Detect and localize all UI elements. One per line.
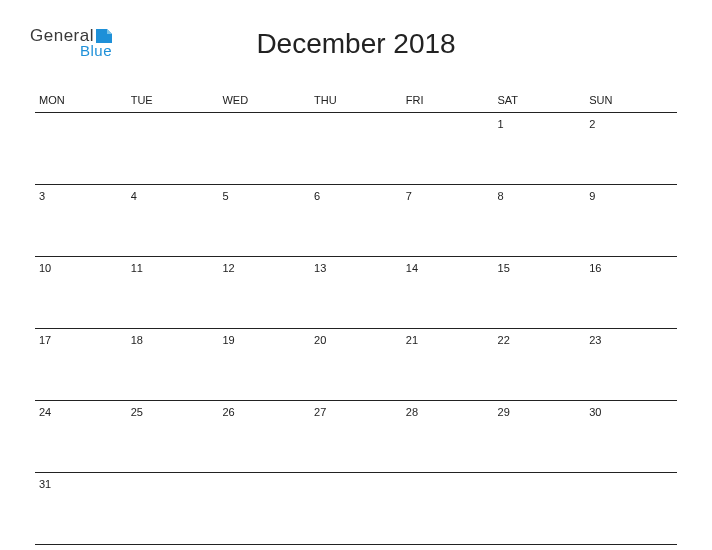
calendar-day-cell bbox=[310, 113, 402, 185]
calendar-day-cell: 16 bbox=[585, 257, 677, 329]
calendar-day-cell bbox=[35, 113, 127, 185]
day-header: SAT bbox=[494, 88, 586, 113]
calendar-week-row: 24 25 26 27 28 29 30 bbox=[35, 401, 677, 473]
calendar-day-cell: 1 bbox=[494, 113, 586, 185]
calendar-day-cell bbox=[218, 473, 310, 545]
calendar-day-cell: 3 bbox=[35, 185, 127, 257]
calendar-day-cell: 17 bbox=[35, 329, 127, 401]
calendar-day-cell: 18 bbox=[127, 329, 219, 401]
calendar-day-cell: 4 bbox=[127, 185, 219, 257]
calendar-day-cell: 30 bbox=[585, 401, 677, 473]
calendar-day-cell: 27 bbox=[310, 401, 402, 473]
calendar-day-cell: 2 bbox=[585, 113, 677, 185]
calendar-day-cell: 15 bbox=[494, 257, 586, 329]
calendar-day-cell bbox=[218, 113, 310, 185]
calendar-day-cell: 28 bbox=[402, 401, 494, 473]
calendar-day-cell bbox=[127, 473, 219, 545]
calendar-day-cell: 25 bbox=[127, 401, 219, 473]
calendar-day-cell: 10 bbox=[35, 257, 127, 329]
logo-text-blue: Blue bbox=[80, 42, 112, 59]
calendar-day-cell bbox=[127, 113, 219, 185]
calendar-day-cell: 19 bbox=[218, 329, 310, 401]
calendar-day-cell: 9 bbox=[585, 185, 677, 257]
day-header: FRI bbox=[402, 88, 494, 113]
calendar-day-cell bbox=[402, 113, 494, 185]
day-header: THU bbox=[310, 88, 402, 113]
calendar-day-cell: 23 bbox=[585, 329, 677, 401]
calendar-day-cell: 6 bbox=[310, 185, 402, 257]
logo: General Blue bbox=[30, 26, 112, 59]
calendar-day-cell bbox=[310, 473, 402, 545]
calendar-day-cell: 12 bbox=[218, 257, 310, 329]
calendar-day-cell bbox=[402, 473, 494, 545]
calendar-day-cell: 13 bbox=[310, 257, 402, 329]
calendar-day-cell: 20 bbox=[310, 329, 402, 401]
calendar-day-cell: 24 bbox=[35, 401, 127, 473]
calendar-week-row: 17 18 19 20 21 22 23 bbox=[35, 329, 677, 401]
calendar-day-cell: 26 bbox=[218, 401, 310, 473]
calendar-week-row: 31 bbox=[35, 473, 677, 545]
day-header: SUN bbox=[585, 88, 677, 113]
day-header: TUE bbox=[127, 88, 219, 113]
calendar-day-cell bbox=[494, 473, 586, 545]
calendar-title: December 2018 bbox=[35, 28, 677, 60]
calendar-week-row: 3 4 5 6 7 8 9 bbox=[35, 185, 677, 257]
calendar-day-cell bbox=[585, 473, 677, 545]
calendar-day-cell: 7 bbox=[402, 185, 494, 257]
day-header: MON bbox=[35, 88, 127, 113]
calendar-day-cell: 5 bbox=[218, 185, 310, 257]
day-header: WED bbox=[218, 88, 310, 113]
document-icon bbox=[96, 29, 112, 43]
calendar-day-cell: 14 bbox=[402, 257, 494, 329]
calendar-day-cell: 11 bbox=[127, 257, 219, 329]
calendar-day-cell: 22 bbox=[494, 329, 586, 401]
calendar-day-cell: 21 bbox=[402, 329, 494, 401]
calendar-day-cell: 8 bbox=[494, 185, 586, 257]
calendar-day-cell: 31 bbox=[35, 473, 127, 545]
calendar-week-row: 10 11 12 13 14 15 16 bbox=[35, 257, 677, 329]
calendar-day-cell: 29 bbox=[494, 401, 586, 473]
calendar-grid: MON TUE WED THU FRI SAT SUN 1 2 3 4 5 6 … bbox=[35, 88, 677, 545]
calendar-week-row: 1 2 bbox=[35, 113, 677, 185]
